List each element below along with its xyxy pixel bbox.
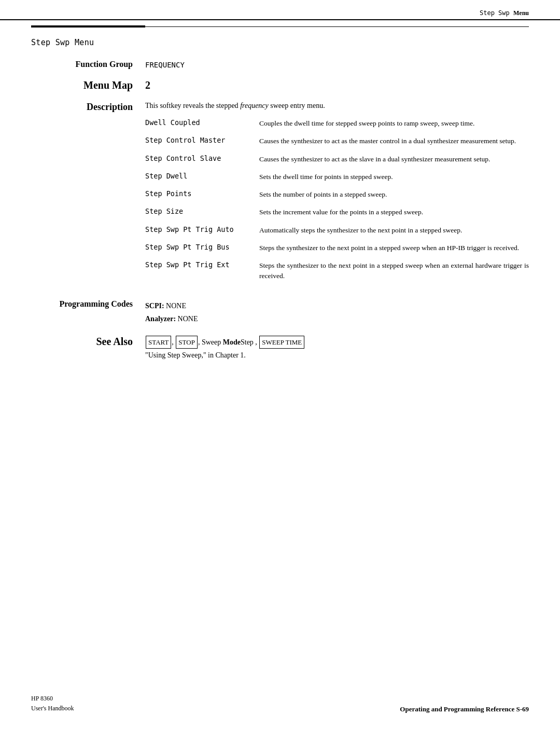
page-header: Step Swp Menu	[0, 0, 560, 20]
see-also-line1: START, STOP, Sweep ModeStep , SWEEP TIME	[145, 336, 529, 349]
softkey-name-8: Step Swp Pt Trig Ext	[145, 260, 259, 269]
analyzer-line: Analyzer: NONE	[145, 312, 529, 325]
top-rule-area	[0, 20, 560, 27]
desc-intro-post: sweep entry menu.	[269, 102, 325, 109]
header-step-swp: Step Swp	[480, 9, 513, 17]
page-title: Step Swp Menu	[31, 38, 529, 47]
see-also-row: See Also START, STOP, Sweep ModeStep , S…	[31, 336, 529, 362]
softkey-row-3: Step Dwell Sets the dwell time for point…	[145, 172, 529, 182]
footer-left: HP 8360 User's Handbook	[31, 694, 74, 713]
header-right: Step Swp Menu	[480, 9, 529, 17]
function-group-label: Function Group	[31, 60, 145, 69]
softkey-desc-4: Sets the number of points in a stepped s…	[259, 189, 529, 200]
softkey-desc-1: Causes the synthesizer to act as the mas…	[259, 136, 529, 146]
function-group-value: FREQUENCY	[145, 60, 529, 69]
page-footer: HP 8360 User's Handbook Operating and Pr…	[31, 694, 529, 713]
softkey-row-7: Step Swp Pt Trig Bus Steps the synthesiz…	[145, 243, 529, 253]
description-label: Description	[31, 102, 145, 113]
softkey-row-4: Step Points Sets the number of points in…	[145, 189, 529, 200]
softkey-desc-3: Sets the dwell time for points in steppe…	[259, 172, 529, 182]
thick-line	[31, 25, 145, 27]
softkey-name-3: Step Dwell	[145, 172, 259, 180]
menu-map-label: Menu Map	[31, 79, 145, 91]
scpi-value-text: NONE	[166, 302, 186, 310]
mode-bold: Mode	[223, 338, 241, 346]
function-group-row: Function Group FREQUENCY	[31, 60, 529, 69]
see-also-line2: "Using Step Sweep," in Chapter 1.	[145, 349, 529, 362]
footer-hp: HP 8360	[31, 694, 74, 704]
thin-line	[145, 26, 529, 27]
softkey-row-6: Step Swp Pt Trig Auto Automatically step…	[145, 225, 529, 236]
softkey-name-6: Step Swp Pt Trig Auto	[145, 225, 259, 233]
see-also-label: See Also	[31, 336, 145, 348]
header-menu-bold: Menu	[513, 9, 529, 17]
desc-intro-pre: This softkey reveals the stepped	[145, 102, 240, 109]
softkey-row-1: Step Control Master Causes the synthesiz…	[145, 136, 529, 146]
softkey-row-8: Step Swp Pt Trig Ext Steps the synthesiz…	[145, 260, 529, 282]
desc-intro-italic: frequency	[240, 102, 269, 109]
programming-codes-row: Programming Codes SCPI: NONE Analyzer: N…	[31, 299, 529, 325]
softkey-desc-6: Automatically steps the synthesizer to t…	[259, 225, 529, 236]
see-also-content: START, STOP, Sweep ModeStep , SWEEP TIME…	[145, 336, 529, 362]
footer-right: Operating and Programming Reference S-69	[400, 705, 529, 713]
programming-codes-label: Programming Codes	[31, 299, 145, 309]
page: Step Swp Menu Step Swp Menu Function Gro…	[0, 0, 560, 729]
softkey-name-7: Step Swp Pt Trig Bus	[145, 243, 259, 251]
softkey-name-1: Step Control Master	[145, 136, 259, 144]
softkey-desc-8: Steps the synthesizer to the next point …	[259, 260, 529, 282]
scpi-line: SCPI: NONE	[145, 299, 529, 312]
menu-map-number: 2	[145, 79, 150, 91]
step-text: Step	[241, 338, 254, 346]
scpi-label: SCPI:	[145, 302, 164, 310]
sweep-time-key: SWEEP TIME	[259, 336, 304, 349]
analyzer-label: Analyzer:	[145, 315, 176, 323]
analyzer-value-text: NONE	[178, 315, 198, 323]
softkey-row-2: Step Control Slave Causes the synthesize…	[145, 154, 529, 164]
softkey-desc-0: Couples the dwell time for stepped sweep…	[259, 118, 529, 129]
softkey-name-0: Dwell Coupled	[145, 118, 259, 127]
softkey-name-4: Step Points	[145, 189, 259, 198]
description-content: This softkey reveals the stepped frequen…	[145, 102, 529, 289]
stop-key: STOP	[176, 336, 198, 349]
desc-intro: This softkey reveals the stepped frequen…	[145, 102, 529, 110]
top-divider	[31, 20, 529, 27]
softkey-table: Dwell Coupled Couples the dwell time for…	[145, 118, 529, 282]
description-row: Description This softkey reveals the ste…	[31, 102, 529, 289]
softkey-row-0: Dwell Coupled Couples the dwell time for…	[145, 118, 529, 129]
softkey-desc-7: Steps the synthesizer to the next point …	[259, 243, 529, 253]
softkey-desc-2: Causes the synthesizer to act as the sla…	[259, 154, 529, 164]
sweep-text: Sweep	[202, 338, 223, 346]
main-content: Step Swp Menu Function Group FREQUENCY M…	[0, 27, 560, 382]
softkey-name-2: Step Control Slave	[145, 154, 259, 162]
footer-handbook: User's Handbook	[31, 704, 74, 713]
start-key: START	[146, 336, 171, 349]
programming-codes-content: SCPI: NONE Analyzer: NONE	[145, 299, 529, 325]
softkey-row-5: Step Size Sets the increment value for t…	[145, 207, 529, 217]
softkey-desc-5: Sets the increment value for the points …	[259, 207, 529, 217]
menu-map-row: Menu Map 2	[31, 79, 529, 91]
softkey-name-5: Step Size	[145, 207, 259, 215]
